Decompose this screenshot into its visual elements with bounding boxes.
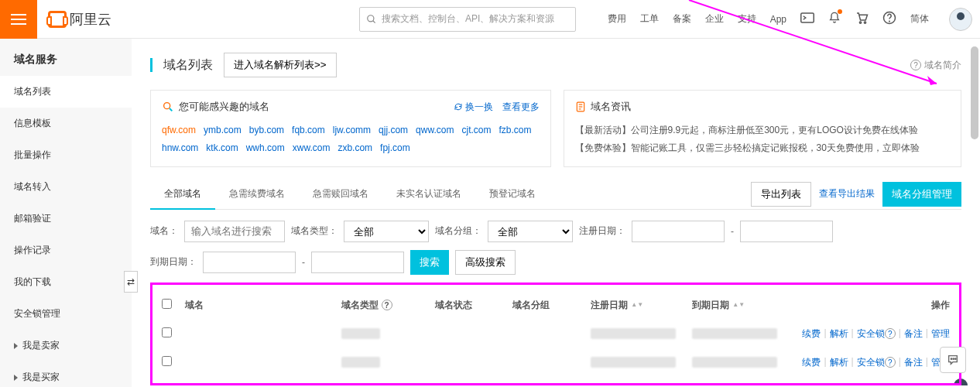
table-row: 续费| 解析| 安全锁?| 备注| 管理: [152, 320, 959, 348]
domain-link[interactable]: qww.com: [416, 125, 454, 135]
sidebar-item-buyer[interactable]: 我是买家: [0, 361, 132, 387]
cell-type: [341, 328, 380, 339]
sidebar-item-email[interactable]: 邮箱验证: [0, 203, 132, 235]
col-expdate[interactable]: 到期日期▲▼: [692, 299, 793, 312]
op-note[interactable]: 备注: [904, 356, 923, 369]
sidebar-item-templates[interactable]: 信息模板: [0, 108, 132, 139]
domain-link[interactable]: xww.com: [293, 142, 331, 153]
domain-filter-input[interactable]: [184, 221, 285, 242]
search-button[interactable]: 搜索: [410, 250, 449, 275]
sidebar-item-domain-list[interactable]: 域名列表: [0, 76, 132, 108]
domain-link[interactable]: fpj.com: [380, 142, 410, 153]
domain-link[interactable]: qjj.com: [379, 125, 408, 135]
op-renew[interactable]: 续费: [802, 327, 821, 341]
nav-app[interactable]: App: [770, 14, 786, 25]
domain-link[interactable]: fqb.com: [292, 125, 325, 135]
sidebar-item-logs[interactable]: 操作记录: [0, 235, 132, 266]
sidebar-item-downloads[interactable]: 我的下载: [0, 266, 132, 298]
sidebar-item-batch[interactable]: 批量操作: [0, 139, 132, 171]
logo[interactable]: 阿里云: [48, 10, 111, 29]
sidebar-collapse[interactable]: ⇄: [124, 271, 138, 293]
chat-icon[interactable]: [940, 347, 966, 373]
sidebar-item-lock[interactable]: 安全锁管理: [0, 298, 132, 330]
op-resolve[interactable]: 解析: [830, 327, 848, 341]
cell-expdate: [692, 328, 777, 339]
domain-link[interactable]: wwh.com: [246, 142, 285, 153]
group-filter-select[interactable]: 全部: [488, 221, 573, 242]
sidebar-item-transfer[interactable]: 域名转入: [0, 171, 132, 203]
nav-fee[interactable]: 费用: [608, 12, 626, 26]
op-renew[interactable]: 续费: [802, 356, 821, 369]
domain-link[interactable]: qfw.com: [162, 125, 196, 135]
row-checkbox[interactable]: [162, 327, 172, 337]
magnifier-icon: [162, 101, 174, 113]
filter-bar: 域名： 域名类型： 全部 域名分组： 全部 注册日期： -: [150, 221, 961, 242]
adv-search-button[interactable]: 高级搜索: [455, 250, 516, 275]
svg-line-1: [373, 20, 375, 22]
cell-expdate: [692, 357, 777, 368]
scrollbar-thumb[interactable]: [971, 46, 978, 139]
refresh-link[interactable]: 换一换: [454, 101, 493, 114]
op-lock[interactable]: 安全锁?: [857, 327, 896, 341]
group-manage-button[interactable]: 域名分组管理: [882, 182, 961, 207]
reg-date-from[interactable]: [632, 221, 725, 242]
tab-all[interactable]: 全部域名: [150, 180, 215, 210]
row-ops: 续费| 解析| 安全锁?| 备注| 管理: [793, 356, 950, 369]
domain-intro-link[interactable]: ?域名简介: [910, 59, 961, 72]
domain-link[interactable]: hnw.com: [162, 142, 198, 153]
row-ops: 续费| 解析| 安全锁?| 备注| 管理: [793, 327, 950, 341]
domain-link[interactable]: fzb.com: [499, 125, 531, 135]
console-icon[interactable]: [800, 12, 814, 26]
search-placeholder: 搜索文档、控制台、API、解决方案和资源: [382, 12, 554, 26]
nav-support[interactable]: 支持: [738, 12, 756, 26]
menu-toggle[interactable]: [0, 0, 37, 39]
cart-icon[interactable]: [855, 11, 869, 27]
nav-ticket[interactable]: 工单: [640, 12, 659, 26]
tab-redeem[interactable]: 急需赎回域名: [299, 180, 382, 208]
dns-list-button[interactable]: 进入域名解析列表>>: [224, 53, 337, 77]
nav-enterprise[interactable]: 企业: [705, 12, 724, 26]
bell-icon[interactable]: [828, 11, 841, 27]
help-icon[interactable]: [882, 11, 896, 27]
svg-point-7: [164, 103, 170, 109]
global-search[interactable]: 搜索文档、控制台、API、解决方案和资源: [359, 7, 576, 32]
help-icon[interactable]: ?: [382, 300, 392, 310]
top-links: 费用 工单 备案 企业 支持 App 简体: [608, 8, 972, 31]
reg-date-to[interactable]: [740, 221, 833, 242]
tab-renew[interactable]: 急需续费域名: [215, 180, 299, 208]
main-content: ⇄ 域名列表 进入域名解析列表>> ?域名简介 您可能感兴趣的域名 换一换 查看…: [132, 39, 980, 387]
tab-unverified[interactable]: 未实名认证域名: [382, 180, 475, 208]
more-link[interactable]: 查看更多: [502, 101, 540, 114]
op-lock[interactable]: 安全锁?: [857, 356, 896, 369]
svg-point-4: [864, 22, 865, 23]
type-filter-select[interactable]: 全部: [344, 221, 429, 242]
op-resolve[interactable]: 解析: [830, 356, 848, 369]
domain-link[interactable]: byb.com: [249, 125, 284, 135]
domain-link[interactable]: ljw.comm: [333, 125, 371, 135]
col-regdate[interactable]: 注册日期▲▼: [591, 299, 692, 312]
domain-link[interactable]: ktk.com: [206, 142, 238, 153]
row-checkbox[interactable]: [162, 356, 172, 366]
type-filter-label: 域名类型：: [291, 224, 338, 238]
avatar[interactable]: [949, 8, 972, 31]
exp-date-to[interactable]: [311, 252, 404, 273]
domain-table: 域名 域名类型? 域名状态 域名分组 注册日期▲▼ 到期日期▲▼ 操作 续费| …: [150, 283, 961, 385]
news-line[interactable]: 【最新活动】公司注册9.9元起，商标注册低至300元，更有LOGO设计免费在线体…: [575, 122, 951, 139]
domain-link[interactable]: ymb.com: [204, 125, 242, 135]
nav-icp[interactable]: 备案: [673, 12, 691, 26]
op-manage[interactable]: 管理: [931, 327, 950, 341]
op-note[interactable]: 备注: [904, 327, 923, 341]
view-export-link[interactable]: 查看导出结果: [819, 187, 875, 200]
svg-point-15: [951, 358, 951, 359]
logo-icon: [48, 11, 67, 28]
domain-link[interactable]: cjt.com: [461, 125, 491, 135]
select-all-checkbox[interactable]: [162, 299, 172, 309]
tab-prereg[interactable]: 预登记域名: [475, 180, 550, 208]
news-title: 域名资讯: [591, 100, 631, 114]
sidebar-item-seller[interactable]: 我是卖家: [0, 330, 132, 361]
domain-link[interactable]: zxb.com: [338, 142, 372, 153]
lang-switch[interactable]: 简体: [910, 12, 929, 26]
news-line[interactable]: 【免费体验】智能记账工具，仅需三步轻松搞定记账报税，30天免费使用，立即体验: [575, 139, 951, 157]
exp-date-from[interactable]: [203, 252, 296, 273]
export-button[interactable]: 导出列表: [751, 182, 811, 207]
